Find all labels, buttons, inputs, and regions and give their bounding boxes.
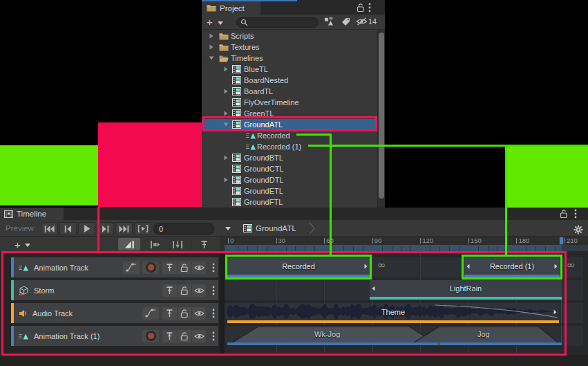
tree-item-label: BoardNested (244, 75, 288, 86)
annotation-green-line-recorded1-h (308, 145, 588, 147)
ruler-label: 180 (518, 237, 529, 244)
timeline-asset-icon (232, 152, 241, 163)
marker-track-toggle[interactable] (196, 238, 212, 250)
project-tree-item-groundftl[interactable]: GroundFTL (202, 196, 377, 208)
ruler-label: 90 (374, 237, 382, 244)
prev-frame-icon (64, 226, 72, 232)
timeline-asset-icon (232, 163, 241, 174)
preview-toggle[interactable]: Preview (6, 224, 34, 232)
lock-open-icon[interactable] (357, 3, 365, 12)
expand-arrow-icon[interactable] (223, 86, 229, 97)
settings-gear-icon[interactable] (573, 225, 583, 235)
film-icon (4, 210, 13, 218)
pin-icon (200, 240, 208, 249)
expand-arrow-icon[interactable] (223, 64, 229, 75)
expand-arrow-icon[interactable] (223, 152, 229, 163)
project-tab-label: Project (220, 4, 245, 12)
project-tree-item-groundetl[interactable]: GroundETL (202, 185, 377, 196)
timeline-titlebar (0, 208, 588, 220)
project-tree-item-groundbtl[interactable]: GroundBTL (202, 152, 377, 163)
timeline-asset-icon (243, 224, 252, 232)
tree-item-label: Recorded (1) (257, 141, 301, 152)
expand-arrow-open-icon[interactable] (209, 53, 214, 64)
frame-field[interactable]: 0 (153, 223, 214, 235)
ruler-minor-tick (247, 246, 248, 251)
add-track-button[interactable]: + (15, 239, 21, 250)
folder-icon (219, 42, 229, 53)
skip-start-icon (44, 226, 55, 232)
project-tree-item-boardnested[interactable]: BoardNested (202, 75, 377, 86)
toolbar-divider (191, 239, 191, 250)
search-by-label-icon[interactable] (341, 17, 350, 26)
ruler-label: 150 (471, 237, 482, 244)
ruler-range-band (225, 245, 561, 251)
ruler-minor-tick (334, 246, 334, 251)
project-tree-item-boardtl[interactable]: BoardTL (202, 86, 377, 97)
ruler-tick (420, 238, 421, 244)
timeline-end-marker[interactable] (559, 237, 564, 245)
tab-timeline[interactable]: Timeline (0, 208, 64, 220)
edit-mode-mix-button[interactable] (118, 238, 140, 250)
search-field[interactable] (236, 17, 319, 28)
hidden-count-toggle[interactable]: 14 (356, 17, 377, 26)
ruler-minor-tick (295, 246, 296, 251)
project-tree-item-groundctl[interactable]: GroundCTL (202, 163, 377, 174)
ruler-minor-tick (305, 246, 305, 251)
ruler-minor-tick (382, 246, 383, 251)
play-button[interactable] (78, 222, 95, 235)
project-tree-item-flyovertimeline[interactable]: FlyOverTimeline (202, 97, 377, 108)
tab-project[interactable]: Project (202, 1, 260, 15)
skip-start-button[interactable] (41, 222, 58, 235)
tree-item-label: Textures (231, 42, 260, 53)
lock-open-icon[interactable] (560, 209, 568, 219)
frame-field-dropdown-icon[interactable] (225, 227, 231, 230)
ruler-minor-tick (410, 246, 411, 251)
game-view-green-block-left (0, 145, 98, 205)
tree-item-label: GroundCTL (244, 163, 283, 174)
tree-item-label: GroundBTL (244, 152, 283, 163)
edit-mode-ripple-button[interactable] (145, 238, 164, 250)
project-tree-item-scripts[interactable]: Scripts (202, 30, 377, 42)
add-track-caret-icon[interactable] (25, 244, 30, 247)
skip-end-button[interactable] (115, 222, 133, 235)
edit-mode-replace-button[interactable] (168, 238, 187, 250)
kebab-menu-icon[interactable] (368, 3, 371, 12)
ruler-minor-tick (449, 246, 450, 251)
expand-arrow-icon[interactable] (223, 174, 229, 185)
timeline-asset-icon (232, 185, 241, 196)
play-range-button[interactable] (134, 222, 151, 235)
ruler-label: 0 (230, 237, 234, 244)
annotation-green-line-recorded1-v (505, 145, 507, 255)
game-view-green-block-right (505, 146, 588, 208)
project-scrollbar-thumb[interactable] (379, 33, 384, 199)
search-by-type-icon[interactable] (323, 17, 334, 26)
timeline-asset-icon (232, 97, 241, 108)
prev-frame-button[interactable] (59, 222, 77, 235)
expand-arrow-icon[interactable] (209, 42, 214, 53)
project-tree-item-textures[interactable]: Textures (202, 42, 377, 53)
screenshot-root: Project + 14 ScriptsTexturesTimelinesBlu… (0, 0, 588, 366)
timeline-asset-icon (232, 196, 241, 208)
ruler-label: 210 (567, 237, 578, 244)
animation-clip-icon (246, 141, 256, 152)
ruler-tick (468, 238, 469, 244)
animation-clip-icon (246, 130, 256, 141)
kebab-menu-icon[interactable] (574, 209, 577, 219)
project-tree-item-recorded-1-[interactable]: Recorded (1) (202, 141, 377, 152)
search-icon (240, 19, 248, 26)
project-tree-item-bluetl[interactable]: BlueTL (202, 64, 377, 75)
search-input[interactable] (250, 19, 312, 26)
ruler-minor-tick (545, 246, 546, 251)
timeline-footer (0, 355, 588, 366)
project-tree-item-timelines[interactable]: Timelines (202, 53, 377, 64)
project-tree-item-recorded[interactable]: Recorded (202, 130, 377, 141)
game-view-magenta-block (98, 122, 202, 207)
expand-arrow-icon[interactable] (209, 30, 214, 42)
caret-down-icon[interactable] (218, 21, 223, 25)
breadcrumb[interactable]: GroundATL (256, 224, 296, 232)
project-tree-item-grounddtl[interactable]: GroundDTL (202, 174, 377, 185)
ruler-tick (372, 238, 373, 244)
ruler-minor-tick (439, 246, 440, 251)
annotation-box-groundatl (202, 116, 377, 131)
create-asset-button[interactable]: + (207, 16, 213, 28)
